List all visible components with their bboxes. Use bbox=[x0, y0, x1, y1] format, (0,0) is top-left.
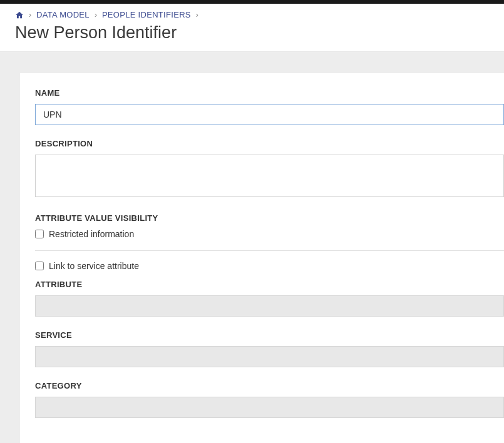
restricted-label: Restricted information bbox=[49, 229, 134, 239]
breadcrumb: › DATA MODEL › PEOPLE IDENTIFIERS › bbox=[15, 10, 489, 19]
link-label: Link to service attribute bbox=[49, 261, 139, 271]
name-label: NAME bbox=[35, 88, 504, 98]
attribute-input bbox=[35, 295, 504, 317]
page-title: New Person Identifier bbox=[15, 23, 489, 43]
link-row: Link to service attribute bbox=[35, 261, 504, 271]
attribute-group: ATTRIBUTE bbox=[35, 280, 504, 317]
form-card: NAME DESCRIPTION ATTRIBUTE VALUE VISIBIL… bbox=[20, 73, 504, 443]
link-checkbox[interactable] bbox=[35, 262, 44, 270]
link-section: Link to service attribute bbox=[35, 261, 504, 271]
category-group: CATEGORY bbox=[35, 381, 504, 418]
restricted-row: Restricted information bbox=[35, 229, 504, 239]
attribute-label: ATTRIBUTE bbox=[35, 280, 504, 289]
breadcrumb-data-model[interactable]: DATA MODEL bbox=[36, 10, 90, 19]
service-group: SERVICE bbox=[35, 330, 504, 367]
header-area: › DATA MODEL › PEOPLE IDENTIFIERS › New … bbox=[0, 4, 504, 52]
visibility-section: ATTRIBUTE VALUE VISIBILITY Restricted in… bbox=[35, 213, 504, 239]
breadcrumb-people-identifiers[interactable]: PEOPLE IDENTIFIERS bbox=[102, 10, 191, 19]
content-background: NAME DESCRIPTION ATTRIBUTE VALUE VISIBIL… bbox=[0, 52, 504, 443]
description-group: DESCRIPTION bbox=[35, 139, 504, 200]
home-icon[interactable] bbox=[15, 11, 24, 19]
chevron-right-icon: › bbox=[29, 11, 31, 19]
restricted-checkbox[interactable] bbox=[35, 230, 44, 238]
service-input bbox=[35, 346, 504, 367]
description-label: DESCRIPTION bbox=[35, 139, 504, 148]
name-input[interactable] bbox=[35, 104, 504, 125]
service-label: SERVICE bbox=[35, 330, 504, 340]
description-input[interactable] bbox=[35, 155, 504, 197]
visibility-label: ATTRIBUTE VALUE VISIBILITY bbox=[35, 213, 504, 223]
chevron-right-icon: › bbox=[196, 11, 198, 19]
category-input bbox=[35, 397, 504, 418]
chevron-right-icon: › bbox=[95, 11, 97, 19]
category-label: CATEGORY bbox=[35, 381, 504, 390]
divider bbox=[35, 250, 504, 251]
name-group: NAME bbox=[35, 88, 504, 125]
